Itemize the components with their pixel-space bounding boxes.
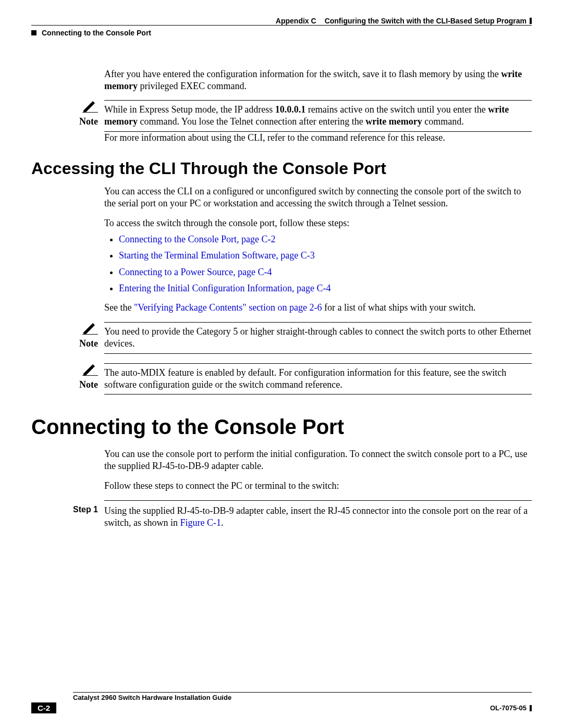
- xref-link[interactable]: Figure C-1: [180, 517, 222, 528]
- note1-ip: 10.0.0.1: [275, 104, 306, 115]
- xref-link[interactable]: Starting the Terminal Emulation Software…: [119, 250, 315, 261]
- header-bar-icon: [530, 18, 532, 24]
- note2-text: You need to provide the Category 5 or hi…: [104, 326, 531, 349]
- accessing-p1: You can access the CLI on a configured o…: [104, 186, 532, 209]
- heading-connecting-console-port: Connecting to the Console Port: [31, 415, 532, 439]
- note1-cmd2: write memory: [365, 116, 422, 127]
- pencil-icon: [82, 100, 98, 115]
- list-item: Starting the Terminal Emulation Software…: [119, 250, 532, 262]
- note-bottom-rule: [104, 394, 532, 394]
- note-block-3: Note The auto-MDIX feature is enabled by…: [31, 363, 532, 395]
- footer-bar-icon: [530, 705, 532, 711]
- list-item: Entering the Initial Configuration Infor…: [119, 282, 532, 294]
- note-label: Note: [79, 116, 98, 127]
- note-top-rule: [104, 100, 532, 101]
- footer-rule: [73, 692, 532, 693]
- steps-list: Connecting to the Console Port, page C-2…: [104, 233, 532, 295]
- intro-text-b: privileged EXEC command.: [138, 81, 247, 91]
- section-marker-icon: [31, 30, 36, 35]
- note-top-rule: [104, 322, 532, 323]
- pencil-icon: [82, 322, 98, 337]
- step1-text-a: Using the supplied RJ-45-to-DB-9 adapter…: [104, 505, 528, 528]
- heading-accessing-cli: Accessing the CLI Through the Console Po…: [31, 159, 532, 178]
- xref-link[interactable]: Entering the Initial Configuration Infor…: [119, 283, 331, 293]
- note-top-rule: [104, 363, 532, 364]
- page-number-badge: C-2: [31, 702, 56, 713]
- appendix-title: Configuring the Switch with the CLI-Base…: [325, 17, 527, 25]
- note1-text-a: While in Express Setup mode, the IP addr…: [104, 104, 275, 115]
- more-info-paragraph: For more information about using the CLI…: [104, 132, 532, 144]
- section-label: Connecting to the Console Port: [42, 29, 151, 37]
- note1-text-d: command.: [422, 116, 464, 127]
- xref-link[interactable]: Connecting to a Power Source, page C-4: [119, 267, 272, 277]
- note-block-1: Note While in Express Setup mode, the IP…: [31, 100, 532, 132]
- accessing-p2: To access the switch through the console…: [104, 217, 532, 229]
- note-label: Note: [79, 379, 98, 390]
- pencil-icon: [82, 363, 98, 378]
- step-label: Step 1: [31, 505, 104, 529]
- list-item: Connecting to a Power Source, page C-4: [119, 266, 532, 278]
- connecting-p1: You can use the console port to perform …: [104, 448, 532, 472]
- note-label: Note: [79, 338, 98, 349]
- note1-text-b: remains active on the switch until you e…: [305, 104, 488, 115]
- note-bottom-rule: [104, 353, 532, 354]
- list-item: Connecting to the Console Port, page C-2: [119, 233, 532, 245]
- see-the-a: See the: [104, 302, 134, 313]
- intro-paragraph: After you have entered the configuration…: [104, 68, 532, 92]
- note1-text-c: command. You lose the Telnet connection …: [138, 116, 365, 127]
- footer-guide-title: Catalyst 2960 Switch Hardware Installati…: [73, 694, 532, 701]
- step-divider: [104, 500, 532, 501]
- see-the-b: for a list of what ships with your switc…: [322, 302, 476, 313]
- header-divider: [31, 25, 532, 26]
- step-body: Using the supplied RJ-45-to-DB-9 adapter…: [104, 505, 532, 529]
- xref-link[interactable]: Connecting to the Console Port, page C-2: [119, 234, 275, 244]
- publication-id: OL-7075-05: [490, 704, 527, 712]
- intro-text-a: After you have entered the configuration…: [104, 69, 501, 79]
- step1-text-b: .: [221, 517, 224, 528]
- see-the-paragraph: See the "Verifying Package Contents" sec…: [104, 302, 532, 314]
- note3-text: The auto-MDIX feature is enabled by defa…: [104, 367, 506, 390]
- connecting-p2: Follow these steps to connect the PC or …: [104, 480, 532, 492]
- step-row: Step 1 Using the supplied RJ-45-to-DB-9 …: [31, 505, 532, 529]
- note-block-2: Note You need to provide the Category 5 …: [31, 322, 532, 354]
- appendix-label: Appendix C: [276, 17, 316, 25]
- xref-link[interactable]: "Verifying Package Contents" section on …: [134, 302, 322, 313]
- header-appendix-row: Appendix C Configuring the Switch with t…: [31, 17, 532, 25]
- page-footer: Catalyst 2960 Switch Hardware Installati…: [31, 692, 532, 713]
- header-section-row: Connecting to the Console Port: [31, 29, 532, 37]
